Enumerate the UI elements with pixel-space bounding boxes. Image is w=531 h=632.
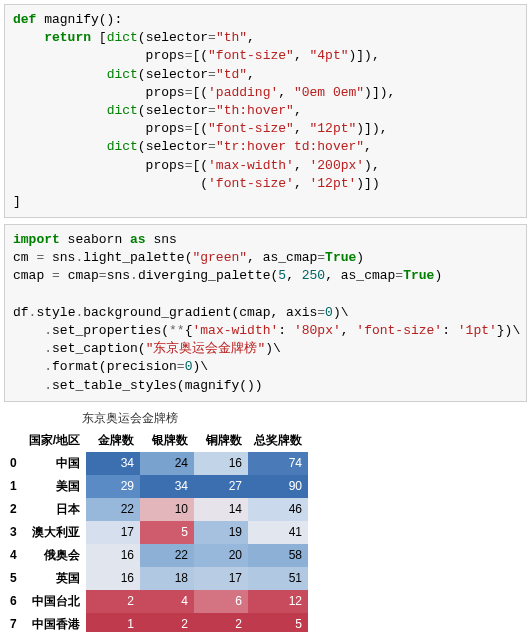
value-cell: 24 — [140, 452, 194, 475]
value-cell: 10 — [140, 498, 194, 521]
value-cell: 17 — [194, 567, 248, 590]
row-index: 4 — [4, 544, 23, 567]
value-cell: 46 — [248, 498, 308, 521]
value-cell: 34 — [140, 475, 194, 498]
region-cell: 中国 — [23, 452, 86, 475]
value-cell: 5 — [140, 521, 194, 544]
col-header: 金牌数 — [86, 429, 140, 452]
kw-return: return — [13, 30, 91, 45]
region-cell: 澳大利亚 — [23, 521, 86, 544]
value-cell: 16 — [86, 544, 140, 567]
col-header: 国家/地区 — [23, 429, 86, 452]
table-row: 0中国34241674 — [4, 452, 308, 475]
table-caption: 东京奥运会金牌榜 — [82, 410, 527, 427]
header-row: 国家/地区 金牌数 银牌数 铜牌数 总奖牌数 — [4, 429, 308, 452]
row-index: 2 — [4, 498, 23, 521]
col-header: 铜牌数 — [194, 429, 248, 452]
kw-def: def — [13, 12, 36, 27]
value-cell: 27 — [194, 475, 248, 498]
row-index: 7 — [4, 613, 23, 632]
value-cell: 19 — [194, 521, 248, 544]
value-cell: 16 — [194, 452, 248, 475]
value-cell: 16 — [86, 567, 140, 590]
table-row: 4俄奥会16222058 — [4, 544, 308, 567]
code-cell-2[interactable]: import seaborn as sns cm = sns.light_pal… — [4, 224, 527, 402]
value-cell: 5 — [248, 613, 308, 632]
row-index: 5 — [4, 567, 23, 590]
value-cell: 18 — [140, 567, 194, 590]
value-cell: 2 — [194, 613, 248, 632]
table-row: 5英国16181751 — [4, 567, 308, 590]
value-cell: 20 — [194, 544, 248, 567]
value-cell: 14 — [194, 498, 248, 521]
region-cell: 中国台北 — [23, 590, 86, 613]
region-cell: 中国香港 — [23, 613, 86, 632]
value-cell: 22 — [86, 498, 140, 521]
region-cell: 美国 — [23, 475, 86, 498]
value-cell: 12 — [248, 590, 308, 613]
table-row: 6中国台北24612 — [4, 590, 308, 613]
table-row: 7中国香港1225 — [4, 613, 308, 632]
row-index: 1 — [4, 475, 23, 498]
table-row: 3澳大利亚1751941 — [4, 521, 308, 544]
styled-dataframe: 国家/地区 金牌数 银牌数 铜牌数 总奖牌数 0中国342416741美国293… — [4, 429, 308, 632]
value-cell: 29 — [86, 475, 140, 498]
code-cell-1[interactable]: def magnify(): return [dict(selector="th… — [4, 4, 527, 218]
value-cell: 22 — [140, 544, 194, 567]
value-cell: 6 — [194, 590, 248, 613]
region-cell: 英国 — [23, 567, 86, 590]
value-cell: 90 — [248, 475, 308, 498]
value-cell: 41 — [248, 521, 308, 544]
table-row: 1美国29342790 — [4, 475, 308, 498]
value-cell: 34 — [86, 452, 140, 475]
value-cell: 51 — [248, 567, 308, 590]
table-row: 2日本22101446 — [4, 498, 308, 521]
value-cell: 2 — [86, 590, 140, 613]
region-cell: 俄奥会 — [23, 544, 86, 567]
value-cell: 17 — [86, 521, 140, 544]
col-header: 银牌数 — [140, 429, 194, 452]
value-cell: 1 — [86, 613, 140, 632]
value-cell: 74 — [248, 452, 308, 475]
col-header: 总奖牌数 — [248, 429, 308, 452]
row-index: 3 — [4, 521, 23, 544]
row-index: 6 — [4, 590, 23, 613]
output-area: 东京奥运会金牌榜 国家/地区 金牌数 银牌数 铜牌数 总奖牌数 0中国34241… — [4, 410, 527, 632]
value-cell: 4 — [140, 590, 194, 613]
row-index: 0 — [4, 452, 23, 475]
index-header — [4, 429, 23, 452]
fn-name: magnify(): — [36, 12, 122, 27]
region-cell: 日本 — [23, 498, 86, 521]
value-cell: 58 — [248, 544, 308, 567]
value-cell: 2 — [140, 613, 194, 632]
